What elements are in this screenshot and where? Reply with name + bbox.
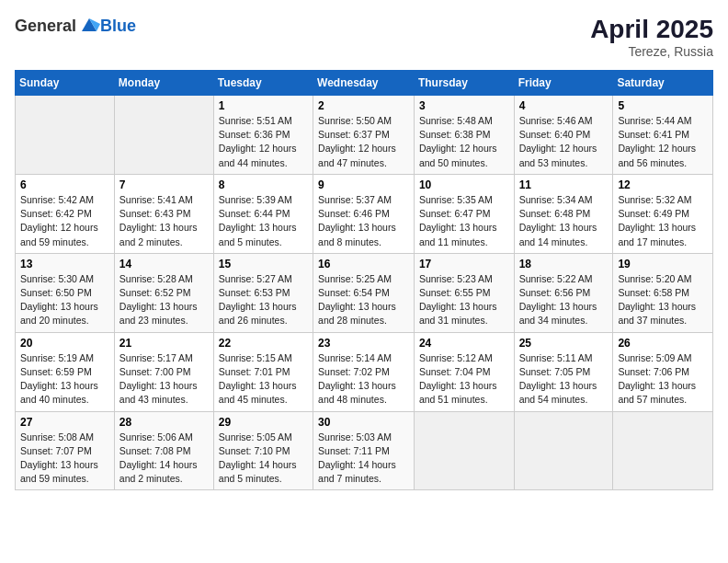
calendar-cell: 2Sunrise: 5:50 AM Sunset: 6:37 PM Daylig…: [313, 96, 415, 175]
location-subtitle: Tereze, Russia: [590, 44, 713, 59]
day-number: 20: [20, 337, 109, 350]
day-info: Sunrise: 5:44 AM Sunset: 6:41 PM Dayligh…: [618, 115, 696, 168]
page-header: General Blue April 2025 Tereze, Russia: [15, 15, 713, 59]
day-number: 9: [318, 178, 409, 191]
calendar-cell: 8Sunrise: 5:39 AM Sunset: 6:44 PM Daylig…: [213, 174, 313, 253]
day-info: Sunrise: 5:12 AM Sunset: 7:04 PM Dayligh…: [419, 352, 497, 406]
day-number: 4: [519, 99, 609, 112]
day-number: 12: [618, 178, 708, 191]
calendar-cell: 9Sunrise: 5:37 AM Sunset: 6:46 PM Daylig…: [313, 174, 415, 253]
calendar-cell: 15Sunrise: 5:27 AM Sunset: 6:53 PM Dayli…: [213, 253, 313, 332]
day-info: Sunrise: 5:42 AM Sunset: 6:42 PM Dayligh…: [20, 194, 98, 247]
day-info: Sunrise: 5:22 AM Sunset: 6:56 PM Dayligh…: [519, 273, 597, 327]
weekday-header-monday: Monday: [114, 71, 213, 96]
logo-general: General: [15, 17, 76, 36]
weekday-header-sunday: Sunday: [16, 71, 115, 96]
calendar-cell: 13Sunrise: 5:30 AM Sunset: 6:50 PM Dayli…: [16, 253, 115, 332]
logo-icon: [78, 15, 100, 37]
calendar-cell: 7Sunrise: 5:41 AM Sunset: 6:43 PM Daylig…: [114, 174, 213, 253]
day-info: Sunrise: 5:28 AM Sunset: 6:52 PM Dayligh…: [119, 273, 198, 327]
day-number: 26: [618, 337, 708, 350]
day-info: Sunrise: 5:48 AM Sunset: 6:38 PM Dayligh…: [419, 115, 497, 168]
day-info: Sunrise: 5:06 AM Sunset: 7:08 PM Dayligh…: [119, 431, 198, 485]
day-number: 6: [20, 178, 109, 191]
day-info: Sunrise: 5:37 AM Sunset: 6:46 PM Dayligh…: [318, 194, 396, 247]
day-info: Sunrise: 5:30 AM Sunset: 6:50 PM Dayligh…: [20, 273, 98, 327]
day-number: 11: [519, 178, 609, 191]
calendar-cell: 30Sunrise: 5:03 AM Sunset: 7:11 PM Dayli…: [313, 411, 415, 490]
day-number: 2: [318, 99, 409, 112]
day-info: Sunrise: 5:14 AM Sunset: 7:02 PM Dayligh…: [318, 352, 396, 406]
day-number: 18: [519, 258, 609, 270]
day-info: Sunrise: 5:35 AM Sunset: 6:47 PM Dayligh…: [419, 194, 497, 247]
day-number: 21: [119, 337, 209, 350]
title-block: April 2025 Tereze, Russia: [590, 15, 713, 59]
calendar-cell: 19Sunrise: 5:20 AM Sunset: 6:58 PM Dayli…: [613, 253, 713, 332]
day-info: Sunrise: 5:09 AM Sunset: 7:06 PM Dayligh…: [618, 352, 696, 406]
calendar-cell: 21Sunrise: 5:17 AM Sunset: 7:00 PM Dayli…: [114, 332, 213, 411]
calendar-cell: 27Sunrise: 5:08 AM Sunset: 7:07 PM Dayli…: [16, 411, 115, 490]
week-row-5: 27Sunrise: 5:08 AM Sunset: 7:07 PM Dayli…: [16, 411, 713, 490]
calendar-cell: 4Sunrise: 5:46 AM Sunset: 6:40 PM Daylig…: [514, 96, 613, 175]
calendar-cell: 20Sunrise: 5:19 AM Sunset: 6:59 PM Dayli…: [16, 332, 115, 411]
day-number: 8: [219, 178, 308, 191]
day-info: Sunrise: 5:46 AM Sunset: 6:40 PM Dayligh…: [519, 115, 597, 168]
day-info: Sunrise: 5:05 AM Sunset: 7:10 PM Dayligh…: [219, 431, 297, 485]
calendar-cell: 17Sunrise: 5:23 AM Sunset: 6:55 PM Dayli…: [414, 253, 514, 332]
day-number: 24: [419, 337, 509, 350]
calendar-cell: 29Sunrise: 5:05 AM Sunset: 7:10 PM Dayli…: [213, 411, 313, 490]
day-info: Sunrise: 5:39 AM Sunset: 6:44 PM Dayligh…: [219, 194, 297, 247]
calendar-cell: [114, 96, 213, 175]
day-info: Sunrise: 5:19 AM Sunset: 6:59 PM Dayligh…: [20, 352, 98, 406]
day-info: Sunrise: 5:23 AM Sunset: 6:55 PM Dayligh…: [419, 273, 497, 327]
logo-blue: Blue: [100, 17, 136, 36]
weekday-header-thursday: Thursday: [414, 71, 514, 96]
day-number: 17: [419, 258, 509, 270]
day-number: 5: [618, 99, 708, 112]
day-number: 14: [119, 258, 209, 270]
calendar-cell: 5Sunrise: 5:44 AM Sunset: 6:41 PM Daylig…: [613, 96, 713, 175]
day-number: 3: [419, 99, 509, 112]
day-number: 15: [219, 258, 308, 270]
day-info: Sunrise: 5:34 AM Sunset: 6:48 PM Dayligh…: [519, 194, 597, 247]
day-info: Sunrise: 5:20 AM Sunset: 6:58 PM Dayligh…: [618, 273, 696, 327]
day-info: Sunrise: 5:11 AM Sunset: 7:05 PM Dayligh…: [519, 352, 597, 406]
day-number: 10: [419, 178, 509, 191]
weekday-header-wednesday: Wednesday: [313, 71, 415, 96]
week-row-4: 20Sunrise: 5:19 AM Sunset: 6:59 PM Dayli…: [16, 332, 713, 411]
day-info: Sunrise: 5:32 AM Sunset: 6:49 PM Dayligh…: [618, 194, 696, 247]
weekday-header-saturday: Saturday: [613, 71, 713, 96]
calendar-cell: 12Sunrise: 5:32 AM Sunset: 6:49 PM Dayli…: [613, 174, 713, 253]
calendar-cell: 26Sunrise: 5:09 AM Sunset: 7:06 PM Dayli…: [613, 332, 713, 411]
week-row-1: 1Sunrise: 5:51 AM Sunset: 6:36 PM Daylig…: [16, 96, 713, 175]
weekday-header-tuesday: Tuesday: [213, 71, 313, 96]
calendar-body: 1Sunrise: 5:51 AM Sunset: 6:36 PM Daylig…: [16, 96, 713, 490]
day-number: 19: [618, 258, 708, 270]
calendar-cell: 25Sunrise: 5:11 AM Sunset: 7:05 PM Dayli…: [514, 332, 613, 411]
day-number: 13: [20, 258, 109, 270]
day-info: Sunrise: 5:51 AM Sunset: 6:36 PM Dayligh…: [219, 115, 297, 168]
week-row-2: 6Sunrise: 5:42 AM Sunset: 6:42 PM Daylig…: [16, 174, 713, 253]
calendar-cell: 24Sunrise: 5:12 AM Sunset: 7:04 PM Dayli…: [414, 332, 514, 411]
day-info: Sunrise: 5:15 AM Sunset: 7:01 PM Dayligh…: [219, 352, 297, 406]
logo: General Blue: [15, 15, 136, 37]
day-info: Sunrise: 5:03 AM Sunset: 7:11 PM Dayligh…: [318, 431, 396, 485]
day-number: 16: [318, 258, 409, 270]
day-info: Sunrise: 5:50 AM Sunset: 6:37 PM Dayligh…: [318, 115, 396, 168]
calendar-cell: 1Sunrise: 5:51 AM Sunset: 6:36 PM Daylig…: [213, 96, 313, 175]
calendar-cell: 18Sunrise: 5:22 AM Sunset: 6:56 PM Dayli…: [514, 253, 613, 332]
calendar-cell: 10Sunrise: 5:35 AM Sunset: 6:47 PM Dayli…: [414, 174, 514, 253]
week-row-3: 13Sunrise: 5:30 AM Sunset: 6:50 PM Dayli…: [16, 253, 713, 332]
day-number: 1: [219, 99, 308, 112]
calendar-cell: [414, 411, 514, 490]
calendar-cell: 14Sunrise: 5:28 AM Sunset: 6:52 PM Dayli…: [114, 253, 213, 332]
day-number: 23: [318, 337, 409, 350]
day-info: Sunrise: 5:17 AM Sunset: 7:00 PM Dayligh…: [119, 352, 198, 406]
calendar-cell: 6Sunrise: 5:42 AM Sunset: 6:42 PM Daylig…: [16, 174, 115, 253]
calendar-cell: 11Sunrise: 5:34 AM Sunset: 6:48 PM Dayli…: [514, 174, 613, 253]
day-number: 7: [119, 178, 209, 191]
calendar-cell: 28Sunrise: 5:06 AM Sunset: 7:08 PM Dayli…: [114, 411, 213, 490]
day-number: 25: [519, 337, 609, 350]
calendar-table: SundayMondayTuesdayWednesdayThursdayFrid…: [15, 70, 713, 490]
day-number: 29: [219, 416, 308, 429]
